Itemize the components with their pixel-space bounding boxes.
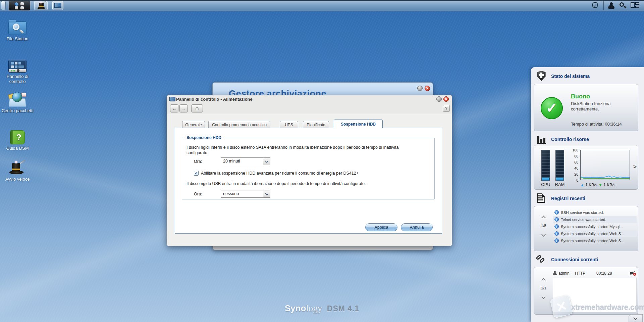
desktop: i File Station Pannello di controllo (0, 0, 644, 322)
close-button[interactable]: ✕ (425, 86, 430, 91)
log-text: SSH service was started. (561, 211, 604, 215)
desktop-icon-file-station[interactable]: File Station (0, 21, 35, 41)
tab-pianificato[interactable]: Pianificato (303, 121, 329, 128)
log-row[interactable]: i System successfully started Web S... (553, 230, 637, 237)
user-icon (608, 2, 614, 9)
link-icon (536, 255, 546, 265)
chevron-down-icon (265, 192, 268, 195)
tab-generale[interactable]: Generale (182, 121, 205, 128)
status-value: Buono (571, 93, 590, 100)
dropdown-button[interactable] (263, 158, 270, 165)
desktop-icon-label: Pannello di controllo (0, 74, 35, 84)
page-down-button[interactable] (542, 232, 545, 236)
advanced-hdd-checkbox-label: Abilitare la sospensione HDD avanzata pe… (201, 171, 359, 176)
apply-button[interactable]: Applica (365, 223, 397, 231)
dialog-content: Generale Controllo promemoria acustico U… (167, 114, 452, 246)
usb-time-label: Ora: (194, 192, 202, 196)
desktop-icon-label: Centro pacchetti (0, 108, 35, 113)
log-text: System successfully started Mysql... (561, 225, 623, 229)
logs-pager: 1/5 (538, 216, 549, 236)
hdd-hibernation-fieldset: Sospensione HDD I dischi rigidi interni … (182, 138, 435, 199)
page-up-button[interactable] (542, 216, 545, 219)
pilot-view-button[interactable] (630, 2, 640, 10)
download-arrow-icon: ▼ (598, 183, 602, 187)
tab-sospensione-hdd[interactable]: Sospensione HDD (334, 120, 383, 128)
advanced-hdd-checkbox[interactable]: ✓ (194, 171, 199, 176)
cancel-button[interactable]: Annulla (401, 223, 433, 231)
show-desktop-button[interactable] (1, 1, 6, 10)
desktop-icon-quick-start[interactable]: Avvio veloce (0, 163, 35, 182)
taskbar-divider (603, 1, 604, 10)
expand-resource-button[interactable]: > (633, 164, 637, 170)
connection-row[interactable]: admin HTTP 00:28:28 (553, 270, 637, 277)
upload-speed: 1 KB/s (585, 183, 597, 187)
quick-launch-task-button[interactable] (34, 1, 48, 10)
page-up-button[interactable] (542, 278, 545, 281)
desktop-icon-control-panel[interactable]: Pannello di controllo (0, 60, 35, 84)
minimize-button[interactable] (417, 86, 423, 91)
package-center-icon (8, 92, 27, 107)
usb-disk-text: Il disco rigido USB entra in modalità ib… (186, 181, 428, 186)
time-label: Ora: (194, 159, 202, 164)
desktop-icon-package-center[interactable]: Centro pacchetti (0, 92, 35, 113)
download-speed: 1 KB/s (603, 183, 615, 187)
log-row[interactable]: i SSH service was started. (553, 209, 637, 216)
help-button[interactable]: ? (443, 105, 450, 112)
ram-label: RAM (550, 182, 570, 187)
connections-header: Connessioni correnti (551, 257, 598, 262)
tab-ups[interactable]: UPS (280, 121, 298, 128)
recent-logs-panel: 1/5 i SSH service was started. i Telnet … (534, 206, 638, 251)
monitor-icon (169, 97, 175, 101)
axis-tick: 0 (567, 178, 578, 182)
watermark-text: xtremehardware.com (571, 303, 644, 312)
page-down-button[interactable] (542, 295, 545, 298)
dropdown-button[interactable] (263, 190, 270, 197)
log-text: Telnet service was started. (561, 218, 606, 222)
info-icon: i (592, 2, 598, 8)
system-status-header: Stato del sistema (551, 74, 590, 79)
search-button[interactable] (619, 2, 629, 10)
tab-panel: Sospensione HDD I dischi rigidi interni … (175, 128, 442, 234)
main-menu-button[interactable] (9, 1, 30, 10)
shield-icon (537, 71, 546, 81)
uptime-text: Tempo di attività: 00:36:14 (571, 122, 622, 127)
axis-tick: 20 (567, 172, 578, 176)
sidebar-collapse-button[interactable] (629, 314, 643, 322)
status-description: DiskStation funziona correttamente. (571, 101, 625, 112)
desktop-icon-dsm-help[interactable]: ? Guida DSM (0, 130, 35, 151)
tab-controllo-promemoria-acustico[interactable]: Controllo promemoria acustico (208, 121, 270, 128)
selected-value: 20 minuti (223, 159, 240, 164)
dialog-title: Pannello di controllo - Alimentazione (176, 97, 253, 102)
axis-tick: 80 (567, 154, 578, 158)
back-button[interactable]: ← (170, 104, 178, 112)
page-indicator: 1/1 (538, 286, 549, 290)
info-badge-icon: i (554, 210, 559, 215)
dialog-titlebar[interactable]: Pannello di controllo - Alimentazione ✕ (167, 95, 452, 103)
page-indicator: 1/5 (538, 224, 549, 228)
widgets-icon (631, 2, 639, 9)
info-badge-icon: i (554, 217, 559, 222)
control-panel-task-button[interactable] (52, 1, 63, 10)
disconnect-icon[interactable] (630, 271, 636, 276)
taskbar: i (0, 0, 644, 11)
log-row[interactable]: i System successfully started Mysql... (553, 223, 637, 230)
brand-text-bold: Syno (285, 303, 306, 313)
user-silhouette-icon (553, 271, 557, 275)
system-health-button[interactable]: i (591, 2, 601, 10)
widget-sidebar: Stato del sistema ✓ Buono DiskStation fu… (531, 67, 644, 322)
usb-time-select[interactable]: nessuno (221, 190, 270, 198)
home-button[interactable]: ⌂ (191, 104, 203, 112)
info-badge-icon: i (554, 238, 559, 243)
upload-arrow-icon: ▲ (580, 183, 584, 187)
log-row[interactable]: i Telnet service was started. (553, 216, 637, 223)
forward-button[interactable]: → (179, 104, 188, 112)
internal-time-select[interactable]: 20 minuti (221, 157, 270, 165)
close-button[interactable]: ✕ (443, 96, 449, 102)
log-row[interactable]: i System successfully started Web S... (553, 237, 637, 244)
chevron-down-icon (265, 159, 268, 163)
user-menu-button[interactable] (606, 2, 616, 10)
resource-monitor-header: Controllo risorse (551, 137, 589, 142)
connection-time: 00:28:28 (596, 271, 612, 276)
info-badge-icon: i (554, 231, 559, 236)
minimize-button[interactable] (436, 96, 442, 102)
